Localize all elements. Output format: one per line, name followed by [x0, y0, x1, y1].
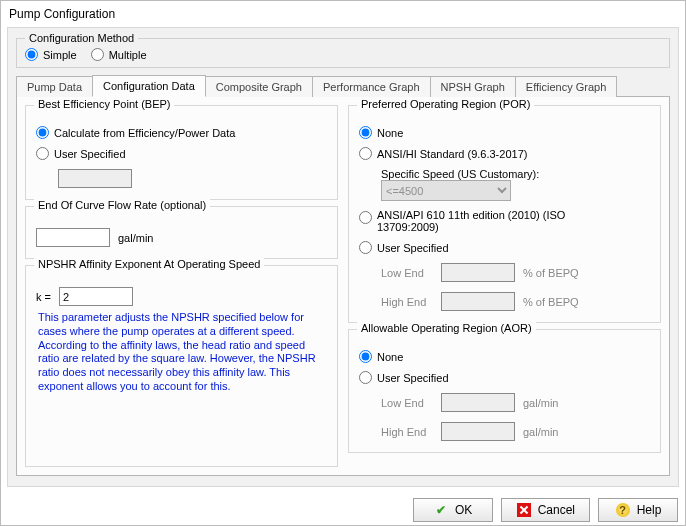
tab-pump-data[interactable]: Pump Data [16, 76, 93, 97]
bep-group: Best Efficiency Point (BEP) Calculate fr… [25, 105, 338, 200]
por-opt-ansi-api-label: ANSI/API 610 11th edition (2010) (ISO 13… [377, 209, 577, 233]
config-method-multiple[interactable]: Multiple [91, 48, 147, 61]
tab-performance-graph[interactable]: Performance Graph [312, 76, 431, 97]
aor-opt-user[interactable]: User Specified [359, 371, 650, 384]
npshr-note: This parameter adjusts the NPSHR specifi… [36, 309, 327, 396]
aor-opt-user-label: User Specified [377, 372, 449, 384]
por-specific-speed-label: Specific Speed (US Customary): [381, 168, 650, 180]
aor-opt-none-label: None [377, 351, 403, 363]
bep-opt-user-radio[interactable] [36, 147, 49, 160]
por-group: Preferred Operating Region (POR) None AN… [348, 105, 661, 323]
tab-content: Best Efficiency Point (BEP) Calculate fr… [16, 96, 670, 476]
tabstrip: Pump Data Configuration Data Composite G… [16, 74, 670, 96]
button-bar: OK Cancel ? Help [413, 498, 678, 522]
por-high-end-unit: % of BEPQ [523, 296, 579, 308]
por-opt-ansi-hi-radio[interactable] [359, 147, 372, 160]
ok-button[interactable]: OK [413, 498, 493, 522]
close-icon [516, 502, 532, 518]
main-panel: Configuration Method Simple Multiple Pum… [7, 27, 679, 487]
eoc-input[interactable] [36, 228, 110, 247]
config-method-multiple-radio[interactable] [91, 48, 104, 61]
eoc-title: End Of Curve Flow Rate (optional) [34, 199, 210, 211]
bep-opt-user[interactable]: User Specified [36, 147, 327, 160]
bep-opt-calc-radio[interactable] [36, 126, 49, 139]
por-low-end-label: Low End [381, 267, 433, 279]
aor-low-end-input[interactable] [441, 393, 515, 412]
por-opt-none-label: None [377, 127, 403, 139]
aor-opt-user-radio[interactable] [359, 371, 372, 384]
cancel-button[interactable]: Cancel [501, 498, 590, 522]
aor-group: Allowable Operating Region (AOR) None Us… [348, 329, 661, 453]
por-opt-ansi-api-radio[interactable] [359, 211, 372, 224]
npshr-title: NPSHR Affinity Exponent At Operating Spe… [34, 258, 264, 270]
window-title: Pump Configuration [1, 1, 685, 27]
por-opt-none[interactable]: None [359, 126, 650, 139]
help-button[interactable]: ? Help [598, 498, 678, 522]
aor-low-end-label: Low End [381, 397, 433, 409]
aor-opt-none-radio[interactable] [359, 350, 372, 363]
npshr-group: NPSHR Affinity Exponent At Operating Spe… [25, 265, 338, 467]
por-low-end-input[interactable] [441, 263, 515, 282]
bep-opt-calc[interactable]: Calculate from Efficiency/Power Data [36, 126, 327, 139]
aor-title: Allowable Operating Region (AOR) [357, 322, 536, 334]
por-opt-user-label: User Specified [377, 242, 449, 254]
config-method-simple[interactable]: Simple [25, 48, 77, 61]
tab-composite-graph[interactable]: Composite Graph [205, 76, 313, 97]
por-high-end-label: High End [381, 296, 433, 308]
bep-user-input[interactable] [58, 169, 132, 188]
por-title: Preferred Operating Region (POR) [357, 98, 534, 110]
config-method-group: Configuration Method Simple Multiple [16, 32, 670, 68]
aor-high-end-unit: gal/min [523, 426, 558, 438]
tab-efficiency-graph[interactable]: Efficiency Graph [515, 76, 618, 97]
aor-low-end-unit: gal/min [523, 397, 558, 409]
por-high-end-input[interactable] [441, 292, 515, 311]
config-method-legend: Configuration Method [25, 32, 138, 44]
ok-button-label: OK [455, 503, 472, 517]
config-method-simple-label: Simple [43, 49, 77, 61]
bep-opt-user-label: User Specified [54, 148, 126, 160]
left-column: Best Efficiency Point (BEP) Calculate fr… [25, 105, 338, 467]
npshr-k-label: k = [36, 291, 51, 303]
right-column: Preferred Operating Region (POR) None AN… [348, 105, 661, 467]
aor-high-end-label: High End [381, 426, 433, 438]
config-method-simple-radio[interactable] [25, 48, 38, 61]
tab-npsh-graph[interactable]: NPSH Graph [430, 76, 516, 97]
por-opt-ansi-api[interactable]: ANSI/API 610 11th edition (2010) (ISO 13… [359, 209, 650, 233]
config-method-multiple-label: Multiple [109, 49, 147, 61]
por-opt-ansi-hi-label: ANSI/HI Standard (9.6.3-2017) [377, 148, 527, 160]
por-specific-speed-select[interactable]: <=4500 [381, 180, 511, 201]
por-low-end-unit: % of BEPQ [523, 267, 579, 279]
por-opt-none-radio[interactable] [359, 126, 372, 139]
eoc-unit: gal/min [118, 232, 153, 244]
eoc-group: End Of Curve Flow Rate (optional) gal/mi… [25, 206, 338, 259]
aor-opt-none[interactable]: None [359, 350, 650, 363]
cancel-button-label: Cancel [538, 503, 575, 517]
bep-title: Best Efficiency Point (BEP) [34, 98, 174, 110]
por-opt-user[interactable]: User Specified [359, 241, 650, 254]
npshr-k-input[interactable] [59, 287, 133, 306]
bep-opt-calc-label: Calculate from Efficiency/Power Data [54, 127, 235, 139]
por-opt-ansi-hi[interactable]: ANSI/HI Standard (9.6.3-2017) [359, 147, 650, 160]
aor-high-end-input[interactable] [441, 422, 515, 441]
help-button-label: Help [637, 503, 662, 517]
help-icon: ? [615, 502, 631, 518]
check-icon [433, 502, 449, 518]
por-opt-user-radio[interactable] [359, 241, 372, 254]
tab-configuration-data[interactable]: Configuration Data [92, 75, 206, 97]
